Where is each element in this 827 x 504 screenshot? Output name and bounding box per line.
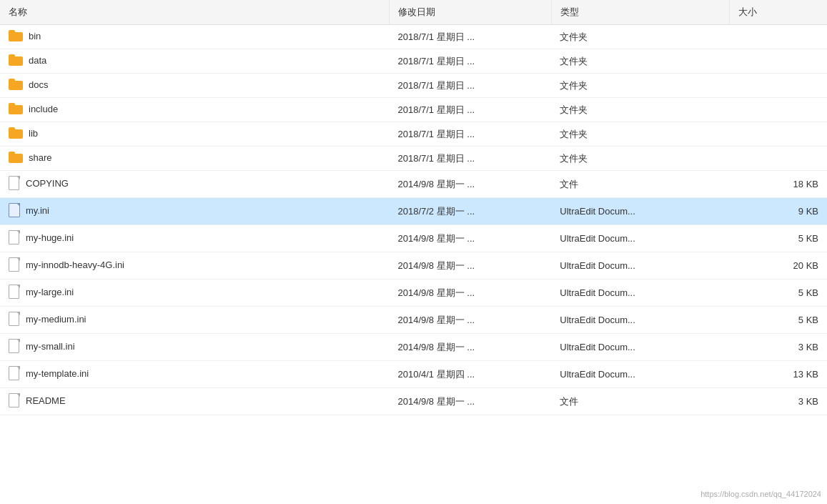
- doc-file-icon: [9, 257, 20, 272]
- file-type-cell: UltraEdit Docum...: [551, 361, 730, 388]
- file-type-cell: UltraEdit Docum...: [551, 252, 730, 280]
- file-date-cell: 2014/9/8 星期一 ...: [389, 280, 551, 307]
- file-name-cell: my.ini: [0, 198, 389, 225]
- table-row[interactable]: my-template.ini2010/4/1 星期四 ...UltraEdit…: [0, 361, 827, 388]
- file-date-cell: 2014/9/8 星期一 ...: [389, 334, 551, 361]
- ini-file-icon: [9, 203, 20, 217]
- table-row[interactable]: share2018/7/1 星期日 ...文件夹: [0, 147, 827, 171]
- file-name-text: data: [29, 55, 46, 66]
- folder-icon: [9, 103, 23, 114]
- table-row[interactable]: my-medium.ini2014/9/8 星期一 ...UltraEdit D…: [0, 307, 827, 334]
- file-type-cell: 文件夹: [551, 74, 730, 98]
- file-date-cell: 2018/7/1 星期日 ...: [389, 122, 551, 147]
- table-row[interactable]: my.ini2018/7/2 星期一 ...UltraEdit Docum...…: [0, 198, 827, 225]
- file-type-cell: UltraEdit Docum...: [551, 334, 730, 361]
- file-type-cell: UltraEdit Docum...: [551, 198, 730, 225]
- file-name-cell: my-small.ini: [0, 334, 389, 361]
- file-date-cell: 2014/9/8 星期一 ...: [389, 225, 551, 252]
- file-size-cell: 20 KB: [730, 252, 827, 280]
- folder-icon: [9, 152, 23, 163]
- doc-file-icon: [9, 176, 20, 190]
- file-type-cell: 文件夹: [551, 49, 730, 74]
- file-size-cell: [730, 74, 827, 98]
- file-name-cell: my-huge.ini: [0, 225, 389, 252]
- file-date-cell: 2018/7/1 星期日 ...: [389, 98, 551, 122]
- file-date-cell: 2014/9/8 星期一 ...: [389, 171, 551, 198]
- file-name-text: my-template.ini: [26, 368, 89, 379]
- table-row[interactable]: README2014/9/8 星期一 ...文件3 KB: [0, 388, 827, 415]
- table-row[interactable]: docs2018/7/1 星期日 ...文件夹: [0, 74, 827, 98]
- table-row[interactable]: my-innodb-heavy-4G.ini2014/9/8 星期一 ...Ul…: [0, 252, 827, 280]
- file-date-cell: 2018/7/1 星期日 ...: [389, 74, 551, 98]
- file-name-text: my-small.ini: [26, 341, 75, 352]
- file-size-cell: 13 KB: [730, 361, 827, 388]
- table-row[interactable]: bin2018/7/1 星期日 ...文件夹: [0, 25, 827, 49]
- folder-icon: [9, 127, 23, 139]
- file-type-cell: UltraEdit Docum...: [551, 280, 730, 307]
- file-size-cell: 5 KB: [730, 225, 827, 252]
- file-type-cell: 文件夹: [551, 147, 730, 171]
- doc-file-icon: [9, 339, 20, 353]
- col-header-size[interactable]: 大小: [730, 0, 827, 25]
- file-list-container[interactable]: 名称 修改日期 类型 大小 bin2018/7/1 星期日 ...文件夹data…: [0, 0, 827, 504]
- file-name-text: my-innodb-heavy-4G.ini: [26, 260, 124, 270]
- file-size-cell: [730, 147, 827, 171]
- file-size-cell: 5 KB: [730, 307, 827, 334]
- file-size-cell: 3 KB: [730, 334, 827, 361]
- col-header-type[interactable]: 类型: [551, 0, 730, 25]
- file-name-cell: my-innodb-heavy-4G.ini: [0, 252, 389, 280]
- file-date-cell: 2010/4/1 星期四 ...: [389, 361, 551, 388]
- file-name-cell: bin: [0, 25, 389, 49]
- file-table: 名称 修改日期 类型 大小 bin2018/7/1 星期日 ...文件夹data…: [0, 0, 827, 415]
- table-row[interactable]: lib2018/7/1 星期日 ...文件夹: [0, 122, 827, 147]
- file-type-cell: UltraEdit Docum...: [551, 307, 730, 334]
- file-name-cell: README: [0, 388, 389, 415]
- file-date-cell: 2018/7/1 星期日 ...: [389, 49, 551, 74]
- col-header-date[interactable]: 修改日期: [389, 0, 551, 25]
- file-name-text: my-large.ini: [26, 287, 74, 297]
- file-date-cell: 2018/7/1 星期日 ...: [389, 147, 551, 171]
- file-type-cell: 文件夹: [551, 98, 730, 122]
- file-name-cell: my-large.ini: [0, 280, 389, 307]
- file-date-cell: 2018/7/2 星期一 ...: [389, 198, 551, 225]
- table-row[interactable]: my-huge.ini2014/9/8 星期一 ...UltraEdit Doc…: [0, 225, 827, 252]
- file-size-cell: [730, 98, 827, 122]
- file-size-cell: [730, 25, 827, 49]
- table-row[interactable]: COPYING2014/9/8 星期一 ...文件18 KB: [0, 171, 827, 198]
- col-header-name[interactable]: 名称: [0, 0, 389, 25]
- table-row[interactable]: include2018/7/1 星期日 ...文件夹: [0, 98, 827, 122]
- file-size-cell: 9 KB: [730, 198, 827, 225]
- file-name-cell: my-medium.ini: [0, 307, 389, 334]
- doc-file-icon: [9, 230, 20, 244]
- file-type-cell: 文件: [551, 171, 730, 198]
- file-name-cell: data: [0, 49, 389, 74]
- watermark: https://blog.csdn.net/qq_44172024: [700, 490, 821, 498]
- file-name-text: include: [29, 104, 58, 114]
- file-size-cell: 3 KB: [730, 388, 827, 415]
- file-type-cell: UltraEdit Docum...: [551, 225, 730, 252]
- file-name-text: lib: [29, 128, 38, 139]
- file-name-text: share: [29, 152, 52, 163]
- table-row[interactable]: data2018/7/1 星期日 ...文件夹: [0, 49, 827, 74]
- file-size-cell: [730, 49, 827, 74]
- file-date-cell: 2014/9/8 星期一 ...: [389, 307, 551, 334]
- file-date-cell: 2014/9/8 星期一 ...: [389, 252, 551, 280]
- file-name-cell: lib: [0, 122, 389, 147]
- file-type-cell: 文件夹: [551, 122, 730, 147]
- table-row[interactable]: my-large.ini2014/9/8 星期一 ...UltraEdit Do…: [0, 280, 827, 307]
- table-header-row: 名称 修改日期 类型 大小: [0, 0, 827, 25]
- file-name-text: bin: [29, 31, 41, 41]
- table-row[interactable]: my-small.ini2014/9/8 星期一 ...UltraEdit Do…: [0, 334, 827, 361]
- file-name-cell: my-template.ini: [0, 361, 389, 388]
- folder-icon: [9, 79, 23, 90]
- file-name-cell: include: [0, 98, 389, 122]
- file-name-text: my-medium.ini: [26, 314, 86, 325]
- file-name-cell: share: [0, 147, 389, 171]
- file-name-cell: docs: [0, 74, 389, 98]
- file-name-text: COPYING: [26, 178, 69, 189]
- file-type-cell: 文件夹: [551, 25, 730, 49]
- doc-file-icon: [9, 366, 20, 380]
- doc-file-icon: [9, 285, 20, 299]
- file-name-cell: COPYING: [0, 171, 389, 198]
- file-date-cell: 2018/7/1 星期日 ...: [389, 25, 551, 49]
